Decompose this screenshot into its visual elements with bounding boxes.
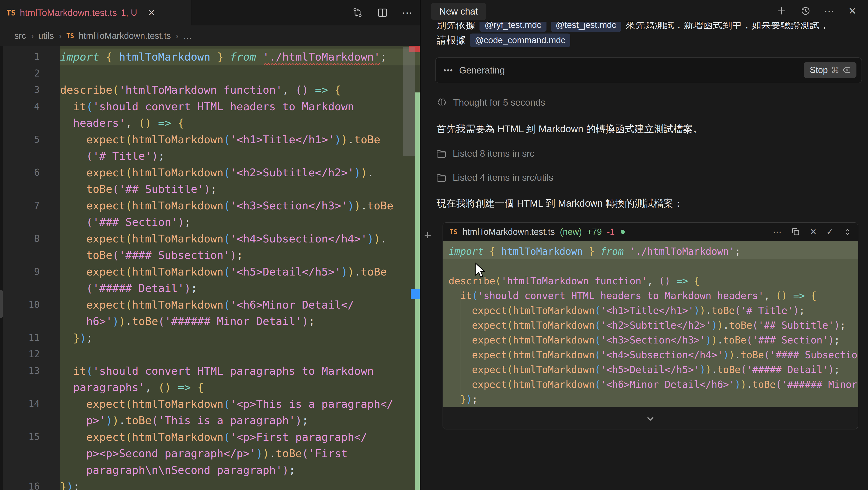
code-token xyxy=(448,379,472,390)
code-token: ; xyxy=(735,246,741,257)
line-number: 12 xyxy=(0,346,60,363)
added-lines-count: +79 xyxy=(587,227,602,237)
code-token: ( xyxy=(125,265,132,278)
expand-collapse-icon[interactable] xyxy=(843,227,852,236)
code-token: ( xyxy=(112,182,119,195)
code-token: expect xyxy=(472,335,507,346)
tool-call-listed-src-utils[interactable]: Listed 4 items in src/utils xyxy=(437,172,553,183)
code-token: paragraph\n\nSecond paragraph' xyxy=(86,464,282,477)
split-editor-icon[interactable] xyxy=(377,7,388,18)
context-pill-code-command[interactable]: @code_command.mdc xyxy=(470,33,570,47)
code-token: ( xyxy=(125,133,132,146)
generating-status-card: ••• Generating Stop ⌘ xyxy=(435,57,862,83)
code-token: ; xyxy=(86,332,93,344)
context-pill-test-jest[interactable]: @test_jest.mdc xyxy=(551,22,621,32)
code-token: ; xyxy=(184,215,191,228)
assistant-paragraph: 首先我需要為 HTML 到 Markdown 的轉換函式建立測試檔案。 xyxy=(437,122,703,136)
tab-htmlToMarkdown-test[interactable]: TS htmlToMarkdown.test.ts 1, U ✕ xyxy=(0,0,192,25)
more-actions-icon[interactable]: ⋯ xyxy=(402,6,413,19)
code-token: 'should convert HTML headers to Markdown xyxy=(93,100,354,113)
code-token: '<h4>Subsection</h4>' xyxy=(600,349,723,361)
code-token: ) xyxy=(700,364,705,375)
pending-dot-badge xyxy=(621,230,625,234)
code-token xyxy=(60,298,86,311)
breadcrumb-file[interactable]: htmlToMarkdown.test.ts xyxy=(79,31,171,41)
code-token: ) xyxy=(354,166,361,179)
code-line: paragraph\n\nSecond paragraph'); xyxy=(0,462,420,479)
code-token: ) xyxy=(834,320,840,331)
code-token xyxy=(448,394,460,405)
tab-new-chat[interactable]: New chat xyxy=(431,3,486,20)
code-token: ) xyxy=(178,215,184,228)
code-editor[interactable]: 1import { htmlToMarkdown } from './htmlT… xyxy=(0,46,420,490)
thought-row[interactable]: Thought for 5 seconds xyxy=(437,97,545,108)
code-token: ) xyxy=(296,414,302,427)
code-token: ( xyxy=(223,133,230,146)
code-token: ) xyxy=(256,447,262,460)
chevron-down-icon[interactable] xyxy=(644,412,656,425)
code-token xyxy=(60,414,86,427)
code-token: ( xyxy=(302,447,308,460)
new-chat-plus-icon[interactable] xyxy=(776,5,787,16)
tool-call-listed-src[interactable]: Listed 8 items in src xyxy=(437,148,534,159)
code-token: htmlToMarkdown xyxy=(513,349,594,361)
add-context-plus-icon[interactable]: + xyxy=(424,228,431,242)
code-lines: 1import { htmlToMarkdown } from './htmlT… xyxy=(0,49,420,490)
code-card-header[interactable]: TS htmlToMarkdown.test.ts (new) +79 -1 ⋯… xyxy=(443,223,858,241)
code-line: }); xyxy=(443,392,858,407)
scrollbar-thumb[interactable] xyxy=(403,48,415,156)
card-more-icon[interactable]: ⋯ xyxy=(773,227,782,237)
code-token: ) xyxy=(793,305,799,316)
code-line: 2 xyxy=(0,65,420,82)
stop-button[interactable]: Stop ⌘ xyxy=(804,62,857,78)
line-number: 14 xyxy=(0,396,60,412)
code-token: ( xyxy=(158,315,164,327)
line-number: 16 xyxy=(0,478,60,490)
code-diff-card[interactable]: TS htmlToMarkdown.test.ts (new) +79 -1 ⋯… xyxy=(442,222,858,429)
breadcrumb-symbol[interactable]: … xyxy=(183,31,192,41)
code-token xyxy=(60,182,86,195)
code-token: '## Subtitle' xyxy=(119,182,204,195)
code-token: ) xyxy=(828,364,834,375)
line-number: 13 xyxy=(0,363,60,379)
compare-changes-icon[interactable] xyxy=(352,7,363,18)
code-token: ( xyxy=(112,249,119,261)
reject-icon[interactable]: ✕ xyxy=(810,227,817,237)
removed-lines-count: -1 xyxy=(607,227,615,237)
code-token: expect xyxy=(472,320,507,331)
tab-close-icon[interactable]: ✕ xyxy=(148,7,156,18)
code-token: . xyxy=(354,265,361,278)
code-line: 5 expect(htmlToMarkdown('<h1>Title</h1>'… xyxy=(0,131,420,148)
thought-label: Thought for 5 seconds xyxy=(453,97,545,108)
code-token: toBe xyxy=(86,249,112,261)
code-token: htmlToMarkdown xyxy=(132,298,223,311)
code-token: ) xyxy=(302,315,308,327)
user-message-text: 來先寫測試，新增函式到中，如果要驗證測試， xyxy=(625,22,829,31)
chat-message-list[interactable]: 別先依據 @ryf_test.mdc @test_jest.mdc 來先寫測試，… xyxy=(421,22,868,490)
accept-icon[interactable]: ✓ xyxy=(827,227,833,237)
chat-more-actions-icon[interactable]: ⋯ xyxy=(824,5,835,17)
code-line: paragraphs', () => { xyxy=(0,379,420,396)
code-token: { xyxy=(178,116,184,129)
code-token xyxy=(495,246,501,257)
tool-call-label: Listed 4 items in src/utils xyxy=(453,172,553,183)
code-token xyxy=(60,249,86,261)
generating-spinner-icon: ••• xyxy=(443,66,453,75)
code-line: p><p>Second paragraph</p>')).toBe('First xyxy=(0,445,420,462)
code-token: , xyxy=(647,275,659,287)
code-token: expect xyxy=(86,298,125,311)
code-token: ( xyxy=(152,414,158,427)
code-token xyxy=(223,50,230,63)
code-token: '<h4>Subsection</h4>' xyxy=(230,232,367,245)
code-token: , xyxy=(282,83,296,96)
chat-close-icon[interactable]: ✕ xyxy=(848,5,857,17)
history-icon[interactable] xyxy=(800,5,811,16)
code-token: 'should convert HTML headers to Markdown… xyxy=(478,290,764,301)
context-pill-ryf-test[interactable]: @ryf_test.mdc xyxy=(479,22,547,32)
breadcrumb-folder[interactable]: utils xyxy=(38,31,54,41)
copy-icon[interactable] xyxy=(791,227,800,236)
breadcrumb[interactable]: src › utils › TS htmlToMarkdown.test.ts … xyxy=(0,25,420,46)
code-token: ( xyxy=(125,166,132,179)
breadcrumb-root[interactable]: src xyxy=(14,31,26,41)
code-token: '# Title' xyxy=(741,305,793,316)
